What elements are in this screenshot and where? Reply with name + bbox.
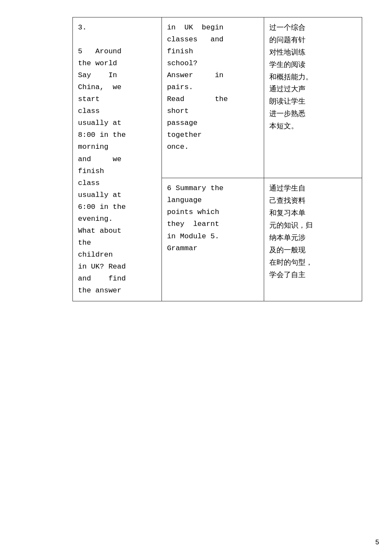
content-table: 3. 5 Around the world Say In China, we s…: [72, 17, 362, 301]
cell-col3-row1: 过一个综合的问题有针对性地训练学生的阅读和概括能力。通过过大声朗读让学生进一步熟…: [264, 17, 362, 178]
col3-text-top: 过一个综合的问题有针对性地训练学生的阅读和概括能力。通过过大声朗读让学生进一步熟…: [269, 22, 357, 133]
table-wrapper: 3. 5 Around the world Say In China, we s…: [72, 17, 362, 301]
cell-col2-row1: in UK begin classes and finish school? A…: [161, 17, 264, 178]
cell-col1-row1: 3. 5 Around the world Say In China, we s…: [73, 17, 162, 301]
table-row: 3. 5 Around the world Say In China, we s…: [73, 17, 362, 178]
col2-text-bottom: 6 Summary the language points which they…: [167, 182, 259, 254]
page-container: 3. 5 Around the world Say In China, we s…: [0, 0, 392, 555]
col2-text-top: in UK begin classes and finish school? A…: [167, 22, 259, 153]
page-number: 5: [375, 539, 379, 546]
cell-col3-row2: 通过学生自己查找资料和复习本单元的知识，归纳本单元涉及的一般现在时的句型，学会了…: [264, 178, 362, 301]
col1-text: 3. 5 Around the world Say In China, we s…: [78, 22, 156, 297]
cell-col2-row2: 6 Summary the language points which they…: [161, 178, 264, 301]
col3-text-bottom: 通过学生自己查找资料和复习本单元的知识，归纳本单元涉及的一般现在时的句型，学会了…: [269, 182, 357, 281]
